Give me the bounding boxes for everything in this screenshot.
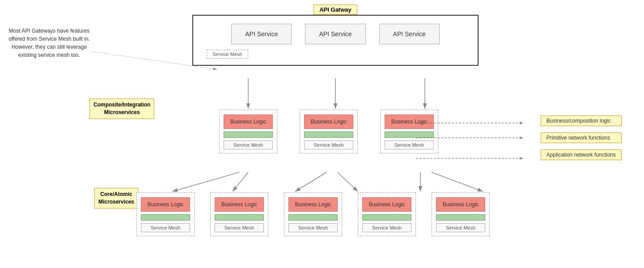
core-label: Core/AtomicMicroservices <box>94 188 138 208</box>
core-business-logic-4: Business Logic <box>362 197 411 212</box>
business-logic-1: Business Logic <box>224 115 273 129</box>
api-gateway-label: API Gatway <box>314 4 357 15</box>
primitive-bar-3 <box>385 132 434 138</box>
core-ms-1: Business Logic Service Mesh <box>136 192 195 236</box>
svg-line-9 <box>338 172 358 191</box>
primitive-bar-2 <box>304 132 353 138</box>
business-logic-3: Business Logic <box>385 115 434 129</box>
core-ms-2: Business Logic Service Mesh <box>210 192 268 236</box>
core-business-logic-2: Business Logic <box>215 197 264 212</box>
service-mesh-2: Service Mesh <box>304 140 353 149</box>
svg-line-11 <box>432 172 483 191</box>
api-service-3: API Service <box>379 24 440 44</box>
core-ms-row: Business Logic Service Mesh Business Log… <box>136 192 490 236</box>
diagram-container: Most API Gateways have features offered … <box>0 0 644 268</box>
right-legend: Business/composition logic Primitive net… <box>541 115 622 160</box>
composite-ms-2: Business Logic Service Mesh <box>300 110 358 153</box>
api-gateway-wrapper: API Gatway API Service API Service API S… <box>192 4 479 66</box>
core-service-mesh-4: Service Mesh <box>362 223 411 232</box>
api-gateway-box: API Service API Service API Service Serv… <box>192 15 479 66</box>
api-services-row: API Service API Service API Service <box>231 24 439 44</box>
composite-ms-1: Business Logic Service Mesh <box>219 110 277 153</box>
core-ms-3: Business Logic Service Mesh <box>284 192 342 236</box>
composite-label-wrapper: Composite/IntegrationMicroservices <box>89 98 143 119</box>
composite-ms-row: Business Logic Service Mesh Business Log… <box>219 110 438 153</box>
svg-line-7 <box>233 172 248 191</box>
composite-ms-3: Business Logic Service Mesh <box>380 110 438 153</box>
core-ms-5: Business Logic Service Mesh <box>432 192 490 236</box>
core-ms-4: Business Logic Service Mesh <box>358 192 416 236</box>
core-primitive-bar-2 <box>215 214 264 221</box>
legend-item-3: Application network functions <box>541 149 622 160</box>
api-gateway-service-mesh: Service Mesh <box>207 50 248 59</box>
legend-item-1: Business/composition logic <box>541 115 622 126</box>
core-primitive-bar-1 <box>141 214 190 221</box>
left-annotation: Most API Gateways have features offered … <box>4 27 94 59</box>
business-logic-2: Business Logic <box>304 115 353 129</box>
core-service-mesh-1: Service Mesh <box>141 223 190 232</box>
core-service-mesh-5: Service Mesh <box>436 223 485 232</box>
core-primitive-bar-4 <box>362 214 411 221</box>
service-mesh-3: Service Mesh <box>385 140 434 149</box>
api-service-1: API Service <box>231 24 292 44</box>
core-service-mesh-2: Service Mesh <box>215 223 264 232</box>
api-service-2: API Service <box>305 24 365 44</box>
core-primitive-bar-3 <box>288 214 338 221</box>
legend-item-2: Primitive network functions <box>541 132 622 143</box>
composite-label: Composite/IntegrationMicroservices <box>89 98 154 119</box>
svg-line-6 <box>172 172 239 191</box>
core-business-logic-1: Business Logic <box>141 197 190 212</box>
primitive-bar-1 <box>224 132 273 138</box>
core-business-logic-3: Business Logic <box>288 197 338 212</box>
service-mesh-1: Service Mesh <box>224 140 273 149</box>
svg-line-8 <box>295 172 326 191</box>
core-service-mesh-3: Service Mesh <box>288 223 338 232</box>
core-primitive-bar-5 <box>436 214 485 221</box>
core-label-wrapper: Core/AtomicMicroservices <box>89 188 143 208</box>
core-business-logic-5: Business Logic <box>436 197 485 212</box>
